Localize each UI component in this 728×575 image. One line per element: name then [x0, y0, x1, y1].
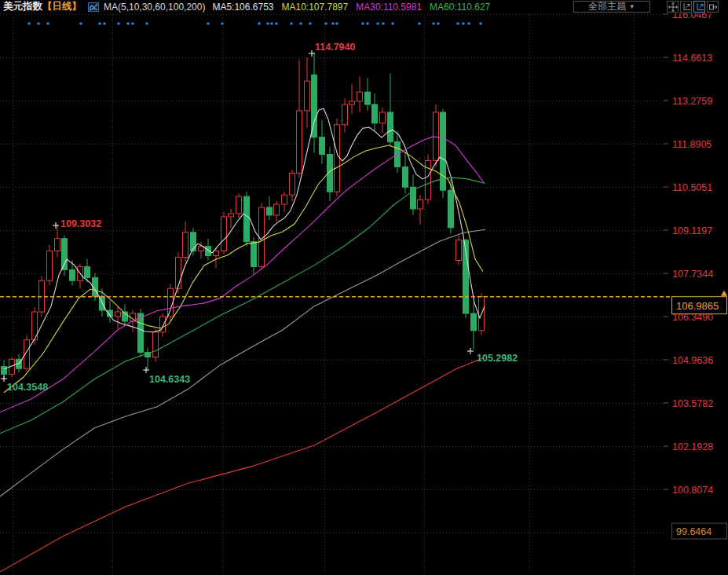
- candle-down: [62, 239, 68, 270]
- boxed-level-value: 99.6464: [676, 526, 712, 537]
- ma-config-label: MA(5,10,30,60,100,200): [104, 2, 205, 13]
- event-dot[interactable]: [207, 22, 210, 25]
- candle-down: [85, 266, 90, 277]
- candle-up: [153, 332, 159, 357]
- extreme-price-label: 104.6343: [149, 374, 190, 385]
- event-dot[interactable]: [266, 22, 269, 25]
- event-dot[interactable]: [98, 22, 101, 25]
- candle-up: [214, 251, 219, 256]
- extreme-price-label: 104.3548: [7, 382, 48, 393]
- event-dot[interactable]: [382, 22, 385, 25]
- event-dot[interactable]: [479, 22, 482, 25]
- axis-scale-active-icon: [695, 2, 704, 12]
- candle-down: [138, 313, 144, 353]
- axis-scale-active-button[interactable]: [693, 1, 705, 13]
- event-dot[interactable]: [270, 22, 273, 25]
- event-dot[interactable]: [117, 22, 120, 25]
- event-dot[interactable]: [309, 22, 312, 25]
- event-dot[interactable]: [335, 22, 338, 25]
- event-dot[interactable]: [361, 22, 364, 25]
- chart-header: 美元指数【日线】 MA(5,10,30,60,100,200) MA5:106.…: [0, 0, 728, 13]
- event-dot[interactable]: [376, 22, 379, 25]
- candle-down: [244, 196, 250, 242]
- symbol-title: 美元指数: [3, 0, 42, 13]
- event-dot[interactable]: [456, 22, 459, 25]
- ma5-value: MA5:106.6753: [212, 2, 273, 13]
- event-dot[interactable]: [331, 22, 335, 25]
- candle-down: [403, 167, 408, 187]
- event-dot[interactable]: [467, 22, 470, 25]
- candle-down: [70, 269, 75, 280]
- event-dot[interactable]: [432, 22, 435, 25]
- ma-line-ma60: [0, 178, 485, 434]
- axis-price-label: 103.5782: [672, 398, 713, 409]
- candle-up: [418, 200, 423, 209]
- ma-line-ma200: [0, 357, 485, 572]
- event-dot[interactable]: [46, 22, 49, 25]
- axis-price-label: 110.5051: [672, 182, 712, 193]
- event-dot[interactable]: [366, 22, 369, 25]
- event-dot[interactable]: [324, 22, 327, 25]
- event-dot[interactable]: [221, 22, 224, 25]
- event-dot[interactable]: [103, 22, 106, 25]
- event-dot[interactable]: [462, 22, 465, 25]
- candle-down: [372, 104, 378, 123]
- grid-lines: [0, 14, 666, 575]
- event-dot[interactable]: [145, 22, 148, 25]
- crosshair-tool-button[interactable]: [667, 1, 679, 13]
- ma-line-ma10: [4, 145, 483, 393]
- candle-up: [47, 251, 53, 281]
- candle-down: [251, 242, 257, 267]
- event-dot[interactable]: [126, 22, 130, 25]
- axis-scale-button[interactable]: [680, 1, 692, 13]
- candle-up: [176, 258, 181, 289]
- event-dot[interactable]: [37, 22, 40, 25]
- theme-dropdown-label: 全部主题: [588, 1, 626, 12]
- candle-up: [297, 111, 302, 173]
- candle-up: [290, 173, 295, 195]
- candle-up: [349, 101, 355, 104]
- event-dot[interactable]: [27, 22, 31, 25]
- event-dot[interactable]: [258, 22, 261, 25]
- chevron-down-icon: ▼: [629, 3, 635, 10]
- axis-price-label: 111.8905: [672, 139, 712, 150]
- candle-up: [335, 125, 340, 192]
- candle-up: [456, 240, 462, 261]
- candles: [2, 53, 485, 379]
- event-dot[interactable]: [437, 22, 440, 25]
- candle-up: [274, 204, 280, 215]
- candle-up: [342, 104, 348, 125]
- period-label: 【日线】: [42, 0, 82, 13]
- event-dot[interactable]: [275, 22, 278, 25]
- candle-up: [183, 233, 188, 258]
- crosshair-icon: [668, 2, 678, 12]
- candle-up: [305, 81, 310, 111]
- candle-up: [357, 92, 363, 101]
- event-dot[interactable]: [79, 22, 82, 25]
- chart-type-icon[interactable]: [88, 2, 99, 12]
- candle-down: [388, 112, 393, 142]
- pane-popout-button[interactable]: [707, 1, 719, 13]
- candle-down: [267, 207, 273, 215]
- candle-up: [282, 195, 287, 204]
- candlestick-chart[interactable]: 114.7940109.3032104.3548104.6343105.2982…: [0, 0, 728, 575]
- candle-up: [236, 196, 242, 214]
- axis-price-label: 102.1928: [672, 441, 713, 452]
- axis-price-label: 100.8074: [672, 485, 713, 496]
- candle-up: [426, 160, 431, 200]
- event-dot[interactable]: [299, 22, 302, 25]
- event-dot[interactable]: [418, 22, 421, 25]
- current-price-marker: 106.9865: [672, 291, 728, 314]
- candle-up: [55, 239, 60, 251]
- current-price-value: 106.9865: [676, 300, 719, 312]
- axis-scale-icon: [682, 2, 691, 12]
- ma60-value: MA60:110.627: [430, 2, 490, 13]
- theme-dropdown[interactable]: 全部主题 ▼: [573, 1, 650, 13]
- event-dot[interactable]: [391, 22, 394, 25]
- extreme-price-label: 109.3032: [60, 218, 101, 229]
- event-dot[interactable]: [131, 22, 134, 25]
- candle-up: [380, 112, 386, 123]
- event-dot[interactable]: [290, 22, 293, 25]
- boxed-level-marker: 99.6464: [672, 523, 727, 539]
- candle-down: [191, 233, 196, 251]
